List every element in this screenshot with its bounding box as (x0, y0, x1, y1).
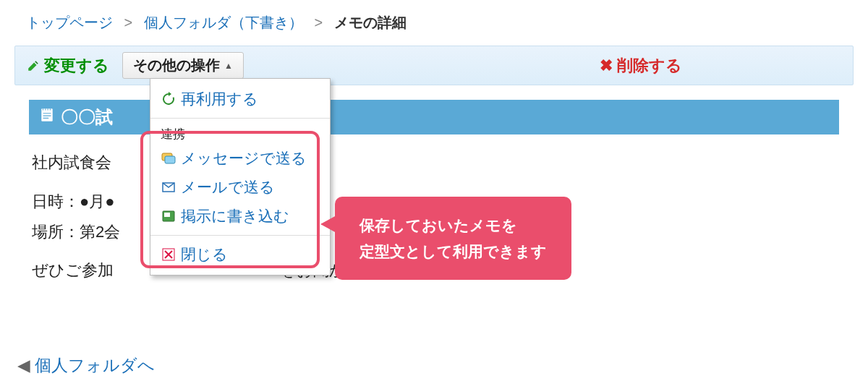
bulletin-icon (161, 208, 176, 224)
menu-divider (150, 235, 330, 236)
triangle-up-icon: ▲ (224, 61, 233, 71)
menu-divider (150, 118, 330, 119)
other-operations-menu: 再利用する 連携 メッセージで送る メールで送る 掲示に書き込む (150, 78, 331, 275)
breadcrumb-folder[interactable]: 個人フォルダ（下書き） (144, 14, 303, 30)
chevron-right-icon: > (124, 14, 133, 30)
menu-send-message[interactable]: メッセージで送る (150, 144, 330, 173)
menu-close[interactable]: 閉じる (150, 240, 330, 269)
recycle-icon (161, 91, 176, 107)
menu-post-bulletin[interactable]: 掲示に書き込む (150, 202, 330, 231)
edit-label: 変更する (44, 55, 109, 77)
svg-rect-1 (165, 156, 175, 163)
svg-rect-6 (41, 108, 52, 121)
notepad-icon (39, 107, 55, 127)
menu-section-label: 連携 (150, 123, 330, 144)
triangle-left-icon: ◀ (17, 356, 30, 375)
menu-reuse-label: 再利用する (181, 89, 258, 109)
menu-reuse[interactable]: 再利用する (150, 85, 330, 114)
callout-line-2: 定型文として利用できます (359, 239, 547, 265)
back-link-label: 個人フォルダへ (35, 354, 155, 377)
menu-close-label: 閉じる (181, 244, 228, 265)
back-link[interactable]: ◀ 個人フォルダへ (17, 354, 155, 377)
breadcrumb-top[interactable]: トップページ (26, 14, 113, 30)
x-icon: ✖ (600, 56, 613, 75)
callout-line-1: 保存しておいたメモを (359, 213, 547, 239)
toolbar: 変更する その他の操作 ▲ ✖ 削除する 再利用する 連携 メッセージで送る (14, 46, 854, 85)
mail-icon (161, 179, 176, 195)
memo-title: 〇〇試 (61, 106, 113, 129)
menu-send-mail[interactable]: メールで送る (150, 173, 330, 202)
close-box-icon (161, 247, 176, 262)
chevron-right-icon: > (314, 14, 323, 30)
breadcrumb: トップページ > 個人フォルダ（下書き） > メモの詳細 (0, 0, 868, 41)
delete-button[interactable]: ✖ 削除する (600, 55, 682, 77)
pencil-icon (27, 59, 40, 72)
annotation-callout: 保存しておいたメモを 定型文として利用できます (335, 197, 571, 280)
breadcrumb-current: メモの詳細 (334, 14, 407, 30)
svg-rect-4 (164, 213, 170, 217)
delete-label: 削除する (617, 55, 682, 77)
other-operations-label: その他の操作 (133, 56, 220, 75)
menu-send-message-label: メッセージで送る (181, 148, 307, 168)
memo-line-3a: ぜひご参加 (32, 261, 114, 279)
speech-bubble-icon (161, 150, 176, 166)
menu-send-mail-label: メールで送る (181, 177, 275, 197)
edit-button[interactable]: 変更する (27, 55, 109, 77)
menu-post-bulletin-label: 掲示に書き込む (181, 206, 289, 226)
other-operations-button[interactable]: その他の操作 ▲ (122, 52, 244, 79)
